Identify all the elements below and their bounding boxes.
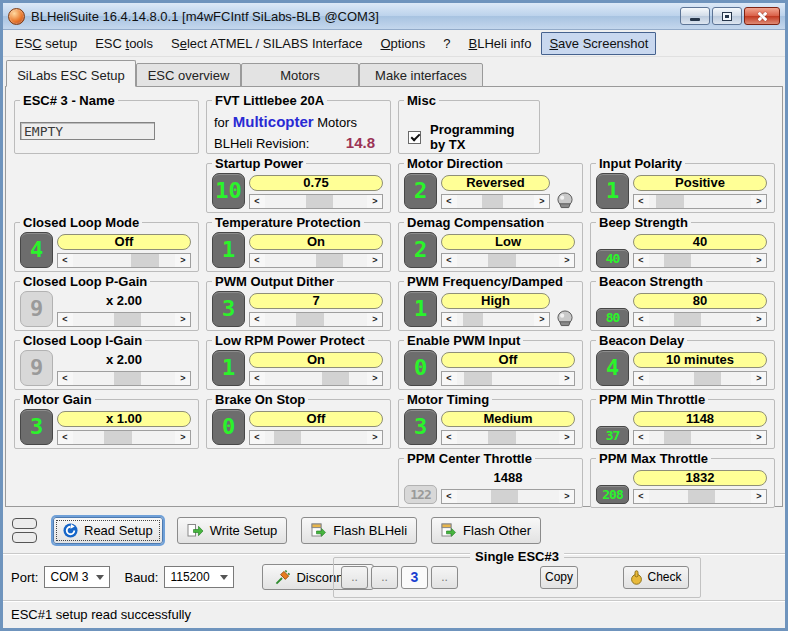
param-slider[interactable]: < > (633, 430, 767, 445)
param-value-field[interactable]: On (249, 352, 383, 368)
slider-thumb[interactable] (114, 372, 142, 385)
param-slider[interactable]: < > (249, 312, 383, 327)
flash-blheli-button[interactable]: Flash BLHeli (301, 517, 417, 544)
slider-track[interactable] (457, 490, 559, 503)
esc-select-button-3[interactable]: 3 (401, 566, 428, 589)
slider-right-arrow[interactable]: > (752, 490, 766, 503)
slider-right-arrow[interactable]: > (368, 431, 382, 444)
tab-silabs-esc-setup[interactable]: SiLabs ESC Setup (6, 60, 136, 87)
slider-thumb[interactable] (322, 372, 350, 385)
slider-right-arrow[interactable]: > (176, 431, 190, 444)
param-value-field[interactable]: 1832 (633, 470, 767, 486)
slider-track[interactable] (265, 372, 367, 385)
slider-thumb[interactable] (491, 490, 519, 503)
slider-right-arrow[interactable]: > (368, 372, 382, 385)
param-value-field[interactable]: Medium (441, 411, 575, 427)
slider-right-arrow[interactable]: > (560, 372, 574, 385)
slider-right-arrow[interactable]: > (368, 313, 382, 326)
minimize-button[interactable] (680, 7, 710, 25)
read-setup-button[interactable]: Read Setup (53, 517, 163, 544)
param-value-field[interactable]: 7 (249, 293, 383, 309)
param-value-field[interactable]: On (249, 234, 383, 250)
menu-item-blheli-info[interactable]: BLHeli info (461, 32, 540, 55)
slider-right-arrow[interactable]: > (752, 313, 766, 326)
esc-name-input[interactable] (20, 122, 155, 140)
tab-make-interfaces[interactable]: Make interfaces (359, 63, 483, 87)
slider-thumb[interactable] (306, 195, 334, 208)
slider-left-arrow[interactable]: < (58, 431, 72, 444)
slider-left-arrow[interactable]: < (634, 490, 648, 503)
menu-item-save-screenshot[interactable]: Save Screenshot (541, 32, 656, 55)
slider-left-arrow[interactable]: < (634, 195, 648, 208)
param-slider[interactable]: < > (633, 312, 767, 327)
slider-right-arrow[interactable]: > (752, 195, 766, 208)
slider-thumb[interactable] (674, 313, 702, 326)
param-slider[interactable]: < > (57, 253, 191, 268)
param-value-field[interactable]: 80 (633, 293, 767, 309)
esc-select-button-1[interactable]: .. (341, 566, 368, 589)
param-slider[interactable]: < > (57, 371, 191, 386)
slider-thumb[interactable] (274, 431, 302, 444)
param-slider[interactable]: < > (57, 312, 191, 327)
baud-select[interactable]: 115200 (164, 566, 234, 588)
slider-track[interactable] (73, 313, 175, 326)
param-slider[interactable]: < > (249, 253, 383, 268)
write-setup-button[interactable]: Write Setup (177, 517, 288, 544)
copy-button[interactable]: Copy (540, 566, 578, 589)
param-slider[interactable]: < > (249, 371, 383, 386)
esc-select-button-2[interactable]: .. (371, 566, 398, 589)
slider-track[interactable] (649, 313, 751, 326)
slider-thumb[interactable] (463, 313, 484, 326)
param-value-field[interactable]: 10 minutes (633, 352, 767, 368)
param-value-field[interactable]: Low (441, 234, 575, 250)
slider-thumb[interactable] (104, 431, 132, 444)
slider-thumb[interactable] (316, 254, 344, 267)
slider-left-arrow[interactable]: < (58, 313, 72, 326)
slider-left-arrow[interactable]: < (250, 313, 264, 326)
close-button[interactable] (744, 7, 780, 25)
slider-thumb[interactable] (296, 313, 324, 326)
param-value-field[interactable]: Off (249, 411, 383, 427)
slider-left-arrow[interactable]: < (250, 431, 264, 444)
flash-other-button[interactable]: Flash Other (431, 517, 541, 544)
slider-thumb[interactable] (664, 431, 692, 444)
slider-track[interactable] (457, 431, 559, 444)
slider-right-arrow[interactable]: > (368, 195, 382, 208)
slider-right-arrow[interactable]: > (368, 254, 382, 267)
restore-button[interactable] (712, 7, 742, 25)
slider-track[interactable] (457, 254, 559, 267)
param-slider[interactable]: < > (633, 489, 767, 504)
slider-thumb[interactable] (114, 313, 142, 326)
slider-left-arrow[interactable]: < (442, 431, 456, 444)
slider-track[interactable] (265, 431, 367, 444)
slider-right-arrow[interactable]: > (176, 313, 190, 326)
slider-left-arrow[interactable]: < (442, 490, 456, 503)
slider-left-arrow[interactable]: < (442, 254, 456, 267)
slider-track[interactable] (265, 254, 367, 267)
menu-item-esc-setup[interactable]: ESC setup (7, 32, 85, 55)
slider-left-arrow[interactable]: < (634, 254, 648, 267)
menu-item-select-atmel-silabs-interface[interactable]: Select ATMEL / SILABS Interface (163, 32, 370, 55)
param-slider[interactable]: < > (441, 312, 550, 327)
slider-thumb[interactable] (131, 254, 159, 267)
slider-left-arrow[interactable]: < (58, 254, 72, 267)
slider-left-arrow[interactable]: < (250, 254, 264, 267)
param-value-field[interactable]: Off (57, 234, 191, 250)
slider-left-arrow[interactable]: < (58, 372, 72, 385)
slider-track[interactable] (649, 195, 751, 208)
slider-track[interactable] (457, 313, 534, 326)
param-slider[interactable]: < > (441, 194, 550, 209)
tab-motors[interactable]: Motors (241, 63, 359, 87)
slider-track[interactable] (649, 254, 751, 267)
param-slider[interactable]: < > (441, 489, 575, 504)
param-slider[interactable]: < > (441, 253, 575, 268)
slider-thumb[interactable] (694, 372, 722, 385)
slider-track[interactable] (649, 490, 751, 503)
slider-track[interactable] (73, 372, 175, 385)
slider-track[interactable] (265, 313, 367, 326)
slider-right-arrow[interactable]: > (535, 195, 549, 208)
slider-thumb[interactable] (664, 254, 692, 267)
esc-select-button-4[interactable]: .. (431, 566, 458, 589)
slider-right-arrow[interactable]: > (752, 431, 766, 444)
slider-left-arrow[interactable]: < (442, 313, 456, 326)
